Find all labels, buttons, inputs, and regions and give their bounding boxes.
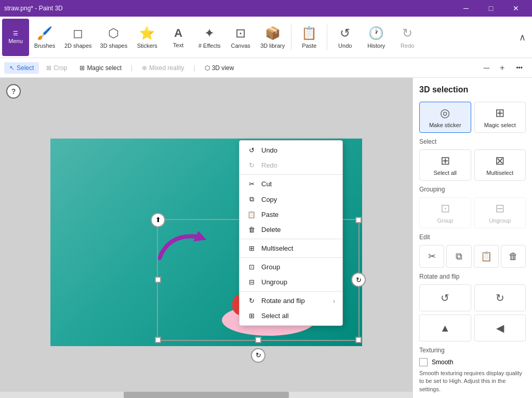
undo-icon: ↺ [340,26,350,40]
effects-label: # Effects [198,43,221,49]
ctx-redo[interactable]: ↻ Redo [240,158,342,173]
copy-edit-icon: ⧉ [456,251,462,262]
ctx-copy-label: Copy [261,196,277,203]
smooth-label: Smooth [432,359,453,366]
help-button[interactable]: ? [6,84,21,99]
ctx-redo-label: Redo [261,161,277,169]
panel-title: 3D selection [419,85,526,94]
mixed-reality-button[interactable]: ⊕ Mixed reality [137,62,189,74]
ctx-delete[interactable]: 🗑 Delete [240,222,342,237]
rotate-right-btn[interactable]: ↻ [474,284,526,311]
select-all-panel-btn[interactable]: ⊞ Select all [419,149,471,181]
minimize-button[interactable]: ─ [454,0,478,17]
toolbar-brushes[interactable]: 🖌️ Brushes [29,19,60,56]
smooth-checkbox[interactable] [419,358,428,366]
ctx-paste[interactable]: 📋 Paste [240,207,342,222]
3dshapes-icon: ⬡ [108,26,119,40]
panel-edit: ✂ ⧉ 📋 🗑 [419,245,526,268]
multiselect-panel-label: Multiselect [486,170,513,176]
ctx-ungroup-icon: ⊟ [247,278,256,286]
close-button[interactable]: ✕ [504,0,528,17]
3dlibrary-icon: 📦 [265,26,281,40]
ctx-multiselect[interactable]: ⊞ Multiselect [240,241,342,256]
make-sticker-icon: ◎ [440,106,450,120]
crop-label: Crop [54,64,67,72]
crop-icon: ⊠ [46,64,51,72]
toolbar-history[interactable]: 🕐 History [361,19,392,56]
toolbar-effects[interactable]: ✦ # Effects [194,19,225,56]
zoom-plus[interactable]: + [496,61,509,75]
ctx-copy[interactable]: ⧉ Copy [240,191,342,207]
copy-edit-btn[interactable]: ⧉ [446,245,471,268]
panel-select: ⊞ Select all ⊠ Multiselect [419,149,526,181]
text-icon: A [174,26,182,40]
3dview-label: 3D view [212,64,234,72]
text-label: Text [173,42,183,48]
ctx-group[interactable]: ⊡ Group [240,259,342,275]
ctx-undo-icon: ↺ [247,146,256,154]
multiselect-panel-btn[interactable]: ⊠ Multiselect [474,149,526,181]
crop-button[interactable]: ⊠ Crop [41,62,72,74]
ctx-rotateflip[interactable]: ↻ Rotate and flip › [240,293,342,308]
collapse-icon[interactable]: ∧ [515,28,530,47]
panel-rotateflip: ↺ ↻ ▲ ◀ [419,284,526,341]
magic-select-panel-btn[interactable]: ⊞ Magic select [474,102,526,133]
delete-edit-icon: 🗑 [509,251,518,262]
ctx-cut[interactable]: ✂ Cut [240,176,342,191]
h-scrollbar-thumb[interactable] [124,392,289,398]
toolbar-text[interactable]: A Text [163,19,194,56]
select-label: Select [17,64,34,72]
toolbar-stickers[interactable]: ⭐ Stickers [131,19,163,56]
panel-actions: ◎ Make sticker ⊞ Magic select [419,102,526,133]
zoom-minus[interactable]: ─ [480,61,494,75]
h-scrollbar[interactable] [0,392,413,398]
rotate-left-btn[interactable]: ↺ [419,284,471,311]
rotate-left-icon: ↺ [441,292,449,304]
ctx-undo-label: Undo [261,146,277,154]
make-sticker-btn[interactable]: ◎ Make sticker [419,102,471,133]
toolbar-3dshapes[interactable]: ⬡ 3D shapes [96,19,132,56]
select-button[interactable]: ↖ Select [4,62,39,74]
ungroup-panel-btn[interactable]: ⊟ Ungroup [474,197,526,228]
toolbar-3dlibrary[interactable]: 📦 3D library [256,19,289,56]
ctx-undo[interactable]: ↺ Undo [240,143,342,158]
context-menu: ↺ Undo ↻ Redo ✂ Cut ⧉ Copy 📋 Paste 🗑 [239,140,343,326]
group-panel-btn[interactable]: ⊡ Group [419,197,471,228]
app-title: straw.png* - Paint 3D [4,5,63,12]
3dview-button[interactable]: ⬡ 3D view [200,62,240,74]
toolbar-canvas[interactable]: ⊡ Canvas [225,19,256,56]
ctx-delete-icon: 🗑 [247,226,256,234]
delete-edit-btn[interactable]: 🗑 [501,245,526,268]
group-panel-label: Group [437,217,453,224]
ctx-sep-4 [240,291,342,292]
2dshapes-icon: ◻ [73,26,83,40]
canvas-area[interactable]: ? [0,78,413,398]
toolbar-2dshapes[interactable]: ◻ 2D shapes [60,19,96,56]
ctx-paste-icon: 📋 [247,211,256,218]
cut-edit-btn[interactable]: ✂ [419,245,444,268]
flip-horizontal-btn[interactable]: ◀ [474,314,526,341]
toolbar-divider-1 [291,24,291,50]
toolbar-divider-2 [327,24,327,50]
paste-icon: 📋 [301,26,317,40]
toolbar-undo[interactable]: ↺ Undo [329,19,361,56]
ctx-selectall-label: Select all [261,312,289,320]
maximize-button[interactable]: □ [479,0,503,17]
paste-edit-btn[interactable]: 📋 [474,245,499,268]
ctx-ungroup[interactable]: ⊟ Ungroup [240,275,342,290]
toolbar-paste[interactable]: 📋 Paste [294,19,325,56]
magic-select-button[interactable]: ⊞ Magic select [74,62,127,74]
title-bar: straw.png* - Paint 3D ─ □ ✕ [0,0,532,17]
2dshapes-label: 2D shapes [64,43,92,49]
subtoolbar-sep: | [131,64,132,72]
redo-icon: ↻ [402,26,413,40]
flip-vertical-btn[interactable]: ▲ [419,314,471,341]
ctx-selectall[interactable]: ⊞ Select all [240,308,342,323]
right-panel: 3D selection ◎ Make sticker ⊞ Magic sele… [413,78,532,398]
window-controls: ─ □ ✕ [454,0,528,17]
more-button[interactable]: ••• [511,62,528,74]
menu-button[interactable]: ☰ Menu [2,19,29,56]
rotate-handle-bottom[interactable]: ↻ [251,348,265,363]
toolbar-redo[interactable]: ↻ Redo [392,19,423,56]
ctx-sep-2 [240,239,342,239]
